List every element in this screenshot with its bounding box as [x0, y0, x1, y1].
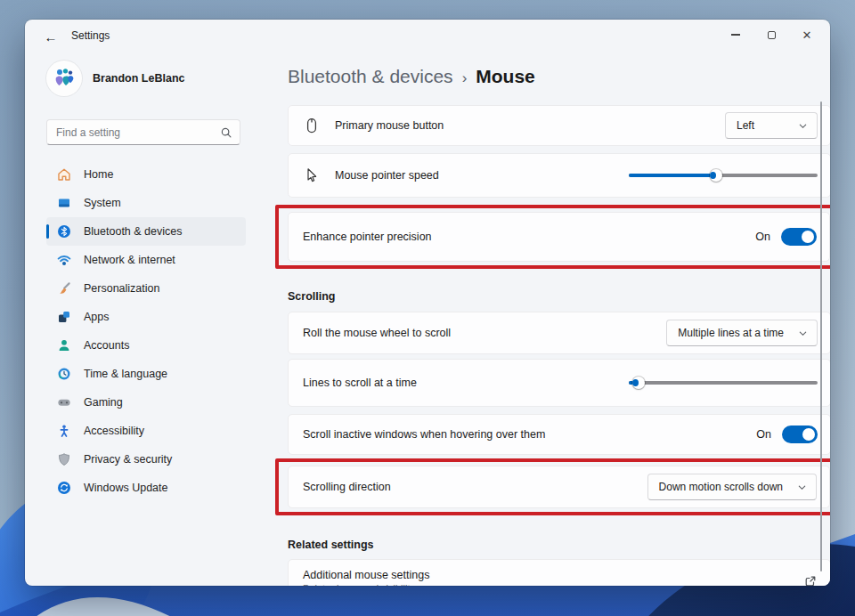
enhance-pointer-precision-toggle[interactable]	[781, 228, 817, 246]
slider-thumb[interactable]	[632, 377, 645, 389]
close-button[interactable]: ✕	[789, 20, 825, 50]
account-row[interactable]: Brandon LeBlanc	[46, 61, 185, 96]
mouse-pointer-speed-slider[interactable]	[629, 166, 818, 184]
desktop: ← Settings ✕	[0, 0, 855, 616]
sidebar-item-label: Bluetooth & devices	[84, 225, 183, 238]
mouse-pointer-speed-card: Mouse pointer speed	[288, 153, 830, 198]
personalization-icon	[57, 281, 71, 296]
setting-label: Roll the mouse wheel to scroll	[303, 327, 451, 339]
setting-label: Additional mouse settings	[303, 569, 429, 581]
sidebar-item-personalization[interactable]: Personalization	[46, 274, 246, 303]
sidebar-item-accounts[interactable]: Accounts	[46, 331, 246, 360]
sidebar-item-label: Accounts	[84, 339, 129, 352]
scroll-inactive-windows-toggle[interactable]	[782, 426, 818, 443]
sidebar-item-label: Network & internet	[84, 254, 175, 266]
section-header-scrolling: Scrolling	[288, 290, 830, 303]
primary-mouse-button-card: Primary mouse button Left	[288, 105, 830, 146]
back-button[interactable]: ←	[39, 27, 62, 46]
sidebar-item-privacy-security[interactable]: Privacy & security	[46, 445, 246, 474]
titlebar: ← Settings ✕	[25, 20, 830, 52]
apps-icon	[57, 310, 71, 324]
scrolling-direction-card: Scrolling direction Down motion scrolls …	[288, 466, 830, 508]
sidebar-item-label: Home	[84, 168, 113, 181]
mouse-icon	[303, 117, 321, 134]
external-link-icon[interactable]	[803, 574, 818, 586]
sidebar-item-system[interactable]: System	[46, 189, 246, 217]
maximize-icon	[768, 31, 776, 39]
sidebar-item-gaming[interactable]: Gaming	[46, 388, 246, 417]
toggle-knob	[802, 428, 815, 441]
main-pane: Bluetooth & devices › Mouse Primary mous…	[258, 52, 830, 586]
selected-indicator	[46, 224, 49, 239]
roll-wheel-card: Roll the mouse wheel to scroll Multiple …	[288, 312, 830, 354]
breadcrumb-separator-icon: ›	[462, 69, 468, 87]
toggle-state-label: On	[756, 428, 771, 441]
close-icon: ✕	[802, 28, 812, 42]
lines-to-scroll-slider[interactable]	[629, 374, 818, 392]
additional-mouse-settings-card[interactable]: Additional mouse settings Pointer icons …	[288, 559, 830, 586]
search-input[interactable]	[56, 126, 220, 139]
sidebar-item-label: Apps	[84, 311, 110, 323]
dropdown-value: Down motion scrolls down	[659, 481, 783, 493]
maximize-button[interactable]	[753, 20, 789, 50]
setting-label: Enhance pointer precision	[303, 231, 432, 243]
settings-window: ← Settings ✕	[25, 20, 830, 586]
network-icon	[57, 253, 71, 267]
sidebar-item-label: Windows Update	[84, 482, 168, 494]
dropdown-value: Multiple lines at a time	[678, 327, 784, 339]
bluetooth-icon	[57, 224, 71, 239]
sidebar-item-apps[interactable]: Apps	[46, 303, 246, 331]
sidebar-item-home[interactable]: Home	[46, 160, 246, 189]
minimize-button[interactable]	[718, 20, 753, 50]
cursor-icon	[303, 166, 321, 184]
search-box[interactable]	[46, 119, 240, 145]
sidebar-item-label: Accessibility	[84, 425, 144, 437]
setting-label: Mouse pointer speed	[335, 169, 439, 182]
user-name: Brandon LeBlanc	[93, 72, 185, 85]
settings-list: Primary mouse button Left Mouse pointer …	[288, 105, 830, 586]
toggle-state-label: On	[755, 231, 770, 243]
accounts-icon	[57, 338, 71, 353]
window-title: Settings	[71, 29, 110, 42]
time-language-icon	[57, 367, 71, 381]
windows-update-icon	[57, 481, 71, 495]
family-avatar-icon	[52, 66, 77, 91]
chevron-down-icon	[797, 482, 807, 492]
enhance-pointer-precision-section: Enhance pointer precision On	[288, 205, 830, 271]
setting-label: Primary mouse button	[335, 119, 444, 132]
setting-label: Scrolling direction	[303, 481, 391, 493]
sidebar-item-accessibility[interactable]: Accessibility	[46, 417, 246, 445]
accessibility-icon	[57, 424, 71, 438]
search-icon	[220, 126, 232, 139]
sidebar-item-windows-update[interactable]: Windows Update	[46, 474, 246, 502]
avatar	[46, 61, 82, 96]
breadcrumb-parent[interactable]: Bluetooth & devices	[288, 66, 453, 87]
sidebar-item-label: Gaming	[84, 396, 123, 409]
shield-icon	[57, 452, 71, 466]
sidebar-item-label: System	[84, 197, 121, 209]
chevron-down-icon	[798, 121, 808, 131]
breadcrumb: Bluetooth & devices › Mouse	[288, 66, 535, 87]
enhance-pointer-precision-card: Enhance pointer precision On	[288, 212, 830, 262]
section-header-related: Related settings	[288, 539, 830, 551]
lines-to-scroll-card: Lines to scroll at a time	[288, 359, 830, 407]
sidebar-item-bluetooth-devices[interactable]: Bluetooth & devices	[46, 217, 246, 246]
sidebar: Brandon LeBlanc Home	[25, 52, 258, 586]
slider-thumb[interactable]	[710, 169, 722, 182]
sidebar-item-time-language[interactable]: Time & language	[46, 360, 246, 388]
gaming-icon	[57, 395, 71, 409]
toggle-knob	[802, 231, 814, 243]
slider-track[interactable]	[629, 381, 818, 385]
page-title: Mouse	[476, 66, 535, 87]
sidebar-item-label: Time & language	[84, 368, 167, 380]
roll-wheel-dropdown[interactable]: Multiple lines at a time	[666, 320, 818, 346]
scroll-inactive-windows-card: Scroll inactive windows when hovering ov…	[288, 414, 830, 455]
dropdown-value: Left	[737, 119, 754, 132]
primary-mouse-button-dropdown[interactable]: Left	[725, 112, 818, 139]
scrolling-direction-dropdown[interactable]: Down motion scrolls down	[647, 474, 817, 500]
chevron-down-icon	[798, 328, 808, 338]
scrollbar[interactable]	[820, 101, 823, 571]
slider-fill	[629, 174, 716, 177]
sidebar-nav: Home System Bluetooth & devices	[36, 160, 246, 502]
sidebar-item-network-internet[interactable]: Network & internet	[46, 246, 246, 274]
